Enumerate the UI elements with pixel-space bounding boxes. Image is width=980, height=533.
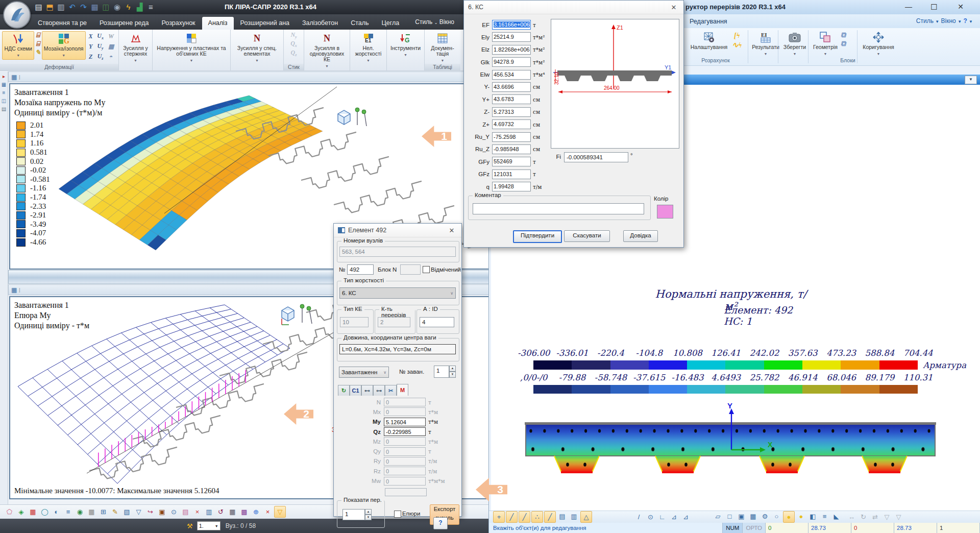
button-Qz[interactable]: Qz [291,49,297,57]
geometry-button[interactable]: Геометрія▼ [810,30,841,58]
loadcase-spinner[interactable]: ▲▼ [449,366,456,378]
epury-checkbox[interactable] [394,511,401,518]
orto-toggle[interactable]: ОРТО [743,523,766,533]
toolbar-icon[interactable]: / [633,512,644,522]
toolbar-icon[interactable]: ⊞ [98,506,109,517]
special-forces-button[interactable]: N Зусилля у спец. елементах▼ [232,31,282,64]
link-tab-icon[interactable]: ⊷ [361,385,373,396]
toolbar-icon[interactable]: ▦ [28,506,38,517]
num-toggle[interactable]: NUM [723,523,743,533]
field-input[interactable]: 121031 [492,169,531,179]
tab-Розширене реда[interactable]: Розширене реда [93,17,155,30]
force-value-field[interactable]: -0.229985 [384,427,426,436]
c1-tab[interactable]: C1 [350,385,361,396]
save-icon[interactable]: ▥ [56,2,66,12]
adjust-button[interactable]: Коригування▼ [859,30,898,58]
tab-Розрахунок[interactable]: Розрахунок [156,17,202,30]
toolbar-icon[interactable]: ↻ [858,512,869,522]
field-input[interactable]: 456.534 [492,70,531,80]
snapshot-icon[interactable]: ◉ [112,2,122,12]
field-input[interactable]: 25214.9 [492,32,531,42]
right-style-window-menu[interactable]: Стиль ▼ Вікно ▼ ? ▼ [916,17,973,25]
viewport1-toolbar[interactable]: ▦| [8,71,491,82]
toolbar-icon[interactable]: × [192,506,203,517]
toolbar-icon[interactable]: ◈ [16,506,27,517]
axis-Z-button[interactable]: Z [89,53,92,61]
minimize-button[interactable]: — [898,1,919,13]
toolbar-icon[interactable]: ✎ [110,506,120,517]
disp-Ux-button[interactable]: Ux [97,32,104,40]
extra-button[interactable]: W [108,33,114,40]
mosaic-isofields-button[interactable]: G Мозаїка/ізополя▼ [42,31,86,60]
view-cube-widget[interactable] [278,301,318,332]
frame-icons[interactable]: ⌸⌸✎ [35,31,41,57]
field-input[interactable]: 5.27313 [492,107,531,117]
flash-icon[interactable]: ϟ [124,2,133,12]
side-tool-icon[interactable]: ◫ [2,98,6,104]
documentation-button[interactable]: Докумен- тація▼ [426,31,459,64]
toolbar-icon[interactable]: ▦ [86,506,97,517]
displacement-letter-buttons[interactable]: XUxWYUy▦ZUz◓ [87,31,116,62]
extra-button[interactable]: ◓ [109,53,113,61]
block-field[interactable] [400,264,421,275]
tab-editing[interactable]: Редагування [685,17,731,26]
side-tool-icon[interactable]: ▦ [2,82,6,87]
undo-icon[interactable]: ↶ [67,2,77,12]
toolbar-icon[interactable]: □ [724,511,735,522]
toolbar-icon[interactable]: △ [580,511,592,523]
fi-field[interactable]: -0.000589341 [564,152,628,162]
toolbar-icon[interactable]: ⬠ [4,506,15,517]
chart-icon[interactable]: ▟ [135,2,144,12]
single-node-forces-button[interactable]: N Зусилля в одновузлових КЕ▼ [305,31,349,70]
toolbar-icon[interactable]: ≡ [819,511,830,522]
maximize-button[interactable]: ☐ [924,1,944,13]
side-tool-icon[interactable]: ▤ [2,106,6,112]
toolbar-icon[interactable]: ▱ [713,511,723,522]
toolbar-icon[interactable]: ≡ [63,506,74,517]
field-input[interactable]: 94278.9 [492,57,531,67]
toolbar-icon[interactable]: ╱ [519,511,530,523]
app-logo[interactable] [3,1,31,29]
element-help-button[interactable]: ? [433,517,448,529]
toolbar-icon[interactable]: ▦ [227,506,238,517]
settings-button[interactable]: Налаштування [685,30,733,51]
close-button[interactable]: ✕ [950,1,971,13]
nds-schemes-button[interactable]: НДС схеми▼ [2,31,34,60]
field-input[interactable]: 1.82268e+006 [492,45,531,55]
toolbar-icon[interactable]: ◉ [75,506,85,517]
toolbar-icon[interactable]: ↺ [215,506,226,517]
axis-X-button[interactable]: X [89,33,93,40]
show-section-field[interactable]: 1 [342,509,365,520]
tab-Аналіз[interactable]: Аналіз [202,17,234,30]
cancel-button[interactable]: Скасувати [564,230,610,242]
close-icon[interactable]: ✕ [446,227,457,234]
toolbar-icon[interactable]: ◐ [51,506,62,517]
view-cube-widget[interactable] [334,105,371,135]
toolbar-icon[interactable]: ◧ [807,511,818,522]
toolbar-icon[interactable]: ◯ [39,506,50,517]
field-input[interactable]: 3.16166e+006 [492,20,531,30]
ks-dialog-titlebar[interactable]: 6. КС ✕ [464,1,683,14]
toolbar-icon[interactable]: ▤ [180,506,191,517]
loadcase-combobox[interactable]: Завантаженн∨ [339,367,389,378]
moment-tab-icon[interactable]: M [397,384,408,396]
toolbar-icon[interactable]: ⊙ [168,506,179,517]
toolbar-icon[interactable]: ▧ [121,506,132,517]
pick-tool-icon[interactable]: ⚒ [187,522,193,530]
button-Qx[interactable]: Qx [290,40,297,48]
close-icon[interactable]: ✕ [668,4,679,11]
results-button[interactable]: EI Результати▼ [750,30,781,58]
toolbar-icon[interactable]: ⊿ [669,512,679,522]
nonlinear-stiffness-button[interactable]: E1 Нел. жорсткості▼ [351,31,385,64]
tab-Сталь[interactable]: Сталь [345,17,375,30]
tools-button[interactable]: G Інструменти▼ [389,31,422,59]
field-input[interactable]: 43.6783 [492,94,531,104]
side-tool-icon[interactable]: ≡ [3,90,6,95]
toolbar-icon[interactable]: ▽ [274,506,286,518]
element-number-field[interactable]: 492 [347,264,374,275]
rod-forces-button[interactable]: Зусилля у стержнях▼ [120,31,151,64]
package-icon[interactable]: ▦ [90,2,100,12]
color-swatch[interactable] [657,205,673,219]
node-tab-icon[interactable]: ⊶ [373,385,385,396]
axes-tab-icon[interactable]: ✂ [385,385,397,396]
